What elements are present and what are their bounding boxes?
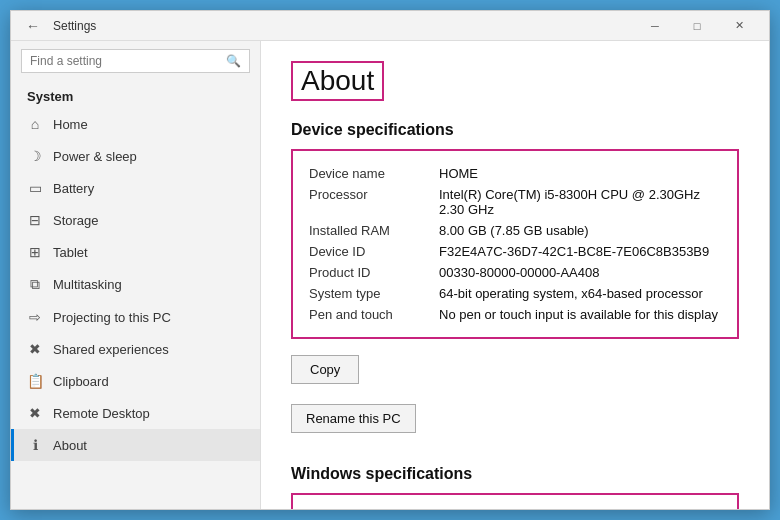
- spec-row-device-id: Device ID F32E4A7C-36D7-42C1-BC8E-7E06C8…: [309, 241, 721, 262]
- title-bar: ← Settings ─ □ ✕: [11, 11, 769, 41]
- spec-row-installed-ram: Installed RAM 8.00 GB (7.85 GB usable): [309, 220, 721, 241]
- device-specs-box: Device name HOME Processor Intel(R) Core…: [291, 149, 739, 339]
- remote-desktop-icon: ✖: [27, 405, 43, 421]
- sidebar-item-shared-experiences[interactable]: ✖ Shared experiences: [11, 333, 260, 365]
- shared-icon: ✖: [27, 341, 43, 357]
- page-title: About: [291, 61, 384, 101]
- sidebar-item-label: Storage: [53, 213, 99, 228]
- search-box[interactable]: 🔍: [21, 49, 250, 73]
- spec-value: 64-bit operating system, x64-based proce…: [439, 286, 721, 301]
- sidebar-section-system: System: [11, 81, 260, 108]
- spec-label: Installed RAM: [309, 223, 439, 238]
- search-icon: 🔍: [226, 54, 241, 68]
- storage-icon: ⊟: [27, 212, 43, 228]
- sidebar-item-tablet[interactable]: ⊞ Tablet: [11, 236, 260, 268]
- back-button[interactable]: ←: [21, 14, 45, 38]
- spec-label: Pen and touch: [309, 307, 439, 322]
- windows-specs-box: Edition Windows 10 Pro Version 21H1 Inst…: [291, 493, 739, 509]
- spec-value: Intel(R) Core(TM) i5-8300H CPU @ 2.30GHz…: [439, 187, 721, 217]
- spec-label: Product ID: [309, 265, 439, 280]
- sidebar-item-storage[interactable]: ⊟ Storage: [11, 204, 260, 236]
- sidebar-item-label: Shared experiences: [53, 342, 169, 357]
- sidebar-item-remote-desktop[interactable]: ✖ Remote Desktop: [11, 397, 260, 429]
- spec-value: F32E4A7C-36D7-42C1-BC8E-7E06C8B353B9: [439, 244, 721, 259]
- spec-value: HOME: [439, 166, 721, 181]
- sidebar-item-label: Power & sleep: [53, 149, 137, 164]
- minimize-button[interactable]: ─: [635, 11, 675, 41]
- windows-specs-title: Windows specifications: [291, 465, 739, 483]
- settings-window: ← Settings ─ □ ✕ 🔍 System: [10, 10, 770, 510]
- window-controls: ─ □ ✕: [635, 11, 759, 41]
- spec-row-processor: Processor Intel(R) Core(TM) i5-8300H CPU…: [309, 184, 721, 220]
- spec-value: No pen or touch input is available for t…: [439, 307, 721, 322]
- sidebar-item-label: Tablet: [53, 245, 88, 260]
- spec-row-pen-touch: Pen and touch No pen or touch input is a…: [309, 304, 721, 325]
- sidebar-item-battery[interactable]: ▭ Battery: [11, 172, 260, 204]
- sidebar-item-home[interactable]: ⌂ Home: [11, 108, 260, 140]
- title-bar-left: ← Settings: [21, 14, 635, 38]
- sidebar-item-label: Remote Desktop: [53, 406, 150, 421]
- battery-icon: ▭: [27, 180, 43, 196]
- spec-row-product-id: Product ID 00330-80000-00000-AA408: [309, 262, 721, 283]
- rename-pc-button[interactable]: Rename this PC: [291, 404, 416, 433]
- device-specs-title: Device specifications: [291, 121, 739, 139]
- close-button[interactable]: ✕: [719, 11, 759, 41]
- spec-label: Device name: [309, 166, 439, 181]
- sidebar-item-label: Clipboard: [53, 374, 109, 389]
- window-title: Settings: [53, 19, 96, 33]
- sidebar-item-clipboard[interactable]: 📋 Clipboard: [11, 365, 260, 397]
- multitasking-icon: ⧉: [27, 276, 43, 293]
- sidebar-item-about[interactable]: ℹ About: [11, 429, 260, 461]
- about-icon: ℹ: [27, 437, 43, 453]
- spec-row-edition: Edition Windows 10 Pro: [309, 507, 721, 509]
- spec-label: System type: [309, 286, 439, 301]
- spec-value: 8.00 GB (7.85 GB usable): [439, 223, 721, 238]
- spec-row-system-type: System type 64-bit operating system, x64…: [309, 283, 721, 304]
- sidebar: 🔍 System ⌂ Home ☽ Power & sleep ▭ Batter…: [11, 41, 261, 509]
- spec-row-device-name: Device name HOME: [309, 163, 721, 184]
- tablet-icon: ⊞: [27, 244, 43, 260]
- home-icon: ⌂: [27, 116, 43, 132]
- main-content: About Device specifications Device name …: [261, 41, 769, 509]
- copy-device-specs-button[interactable]: Copy: [291, 355, 359, 384]
- spec-label: Device ID: [309, 244, 439, 259]
- sidebar-item-label: Home: [53, 117, 88, 132]
- power-sleep-icon: ☽: [27, 148, 43, 164]
- sidebar-item-projecting[interactable]: ⇨ Projecting to this PC: [11, 301, 260, 333]
- spec-value: 00330-80000-00000-AA408: [439, 265, 721, 280]
- sidebar-item-label: About: [53, 438, 87, 453]
- sidebar-item-label: Projecting to this PC: [53, 310, 171, 325]
- maximize-button[interactable]: □: [677, 11, 717, 41]
- sidebar-item-label: Multitasking: [53, 277, 122, 292]
- search-input[interactable]: [30, 54, 220, 68]
- sidebar-item-multitasking[interactable]: ⧉ Multitasking: [11, 268, 260, 301]
- sidebar-item-power-sleep[interactable]: ☽ Power & sleep: [11, 140, 260, 172]
- spec-label: Processor: [309, 187, 439, 217]
- window-content: 🔍 System ⌂ Home ☽ Power & sleep ▭ Batter…: [11, 41, 769, 509]
- sidebar-item-label: Battery: [53, 181, 94, 196]
- clipboard-icon: 📋: [27, 373, 43, 389]
- projecting-icon: ⇨: [27, 309, 43, 325]
